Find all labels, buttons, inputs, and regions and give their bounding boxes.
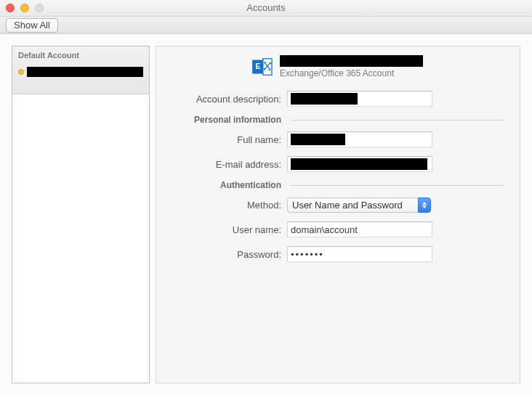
label-email: E-mail address: [171,159,287,170]
account-description-field[interactable] [287,91,432,107]
exchange-icon: E [252,57,273,76]
username-value: domain\account [291,224,358,235]
section-authentication: Authentication [171,180,287,190]
email-redacted [291,158,427,170]
label-username: User name: [171,224,287,235]
account-detail-panel: E Exchange/Office 365 Account Account de… [156,46,520,383]
client-area: Default Account E Exchange/Office 365 Ac… [0,34,532,395]
svg-text:E: E [255,62,260,70]
account-type-label: Exchange/Office 365 Account [280,68,423,78]
sidebar-item-default-account[interactable]: Default Account [12,46,149,94]
password-field[interactable]: ••••••• [287,246,432,262]
username-field[interactable]: domain\account [287,221,432,237]
email-field[interactable] [287,156,432,172]
toolbar: Show All [0,17,532,34]
accounts-sidebar: Default Account [12,46,150,383]
label-method: Method: [171,200,287,211]
label-account-description: Account description: [171,94,287,105]
label-password: Password: [171,249,287,260]
account-header: E Exchange/Office 365 Account [171,55,505,78]
method-select[interactable]: User Name and Password [287,198,431,213]
password-value: ••••••• [291,249,324,260]
sidebar-item-label: Default Account [18,51,143,60]
account-name-redacted [280,55,423,67]
window-title: Accounts [0,2,532,13]
full-name-field[interactable] [287,131,432,147]
section-personal-info: Personal information [171,115,287,125]
full-name-redacted [291,134,345,145]
dropdown-arrows-icon [418,198,431,213]
titlebar: Accounts [0,0,532,17]
account-description-redacted [291,93,358,105]
method-select-value: User Name and Password [287,198,418,213]
label-full-name: Full name: [171,134,287,145]
divider [290,120,505,121]
account-email-redacted [27,67,143,77]
divider [290,185,505,186]
status-indicator-icon [18,69,24,75]
show-all-button[interactable]: Show All [6,18,58,33]
